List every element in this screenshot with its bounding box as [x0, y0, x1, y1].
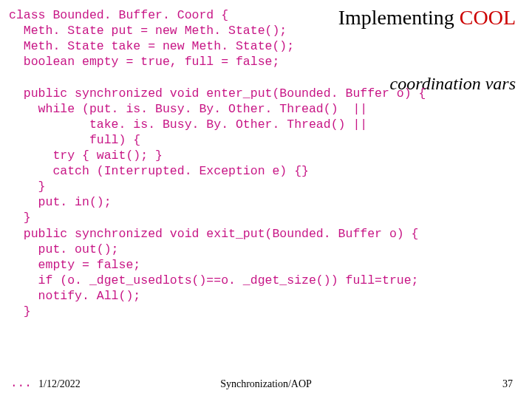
footer-center: Synchronization/AOP [0, 378, 532, 390]
footer-page: 37 [502, 378, 513, 390]
title-cool: COOL [460, 6, 516, 29]
code-block: class Bounded. Buffer. Coord { Meth. Sta… [9, 7, 426, 319]
